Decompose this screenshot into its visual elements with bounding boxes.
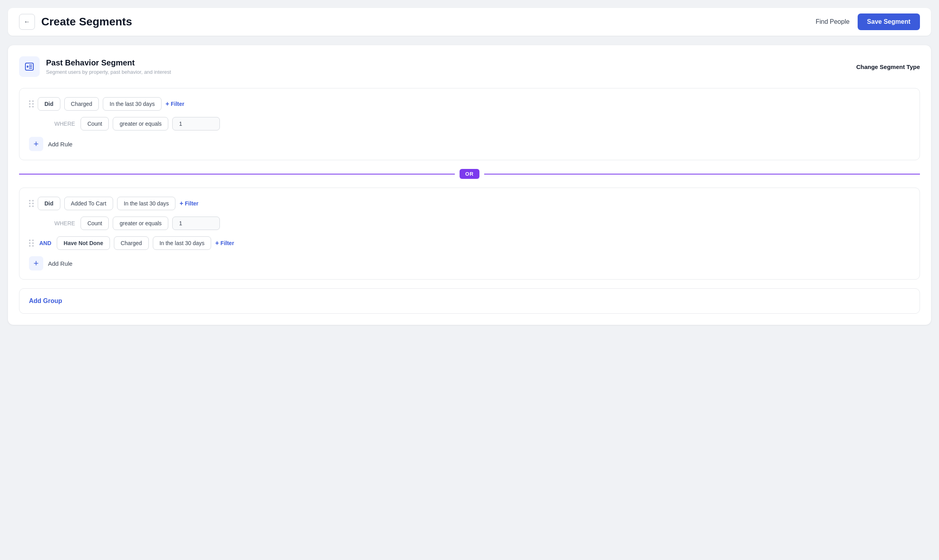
where-label-1: WHERE — [53, 121, 77, 127]
time-pill-2[interactable]: In the last 30 days — [117, 197, 176, 210]
add-rule-button-1[interactable]: + — [29, 137, 43, 151]
segment-title: Past Behavior Segment — [46, 58, 171, 67]
rule-2-where-row: WHERE Count greater or equals — [53, 217, 910, 230]
where-label-2: WHERE — [53, 220, 77, 226]
rule-2-event-row: Did Added To Cart In the last 30 days + … — [29, 197, 910, 210]
groups-wrapper: Did Charged In the last 30 days + Filter… — [19, 88, 920, 314]
value-input-2[interactable] — [172, 217, 220, 230]
or-line-right — [484, 174, 920, 175]
group-card-1: Did Charged In the last 30 days + Filter… — [19, 88, 920, 160]
back-button[interactable]: ← — [19, 14, 35, 30]
add-group-button[interactable]: Add Group — [29, 297, 62, 305]
drag-handle-3[interactable] — [29, 240, 34, 247]
add-rule-label-2: Add Rule — [48, 260, 73, 267]
find-people-button[interactable]: Find People — [816, 18, 849, 25]
or-badge: OR — [460, 169, 479, 179]
rule-1: Did Charged In the last 30 days + Filter… — [29, 97, 910, 130]
segment-header: Past Behavior Segment Segment users by p… — [19, 56, 920, 77]
save-segment-button[interactable]: Save Segment — [858, 13, 920, 30]
add-rule-row-1: + Add Rule — [29, 137, 910, 151]
rule-1-where-row: WHERE Count greater or equals — [53, 117, 910, 130]
segment-info: Past Behavior Segment Segment users by p… — [46, 58, 171, 75]
filter-button-3[interactable]: + Filter — [215, 240, 234, 247]
add-group-card: Add Group — [19, 288, 920, 314]
event-pill-1[interactable]: Charged — [64, 97, 99, 111]
event-pill-2[interactable]: Added To Cart — [64, 197, 113, 210]
filter-button-1[interactable]: + Filter — [165, 100, 185, 107]
page-title: Create Segments — [41, 15, 132, 28]
add-rule-button-2[interactable]: + — [29, 256, 43, 270]
or-line-left — [19, 174, 455, 175]
segment-subtitle: Segment users by property, past behavior… — [46, 69, 171, 75]
time-pill-3[interactable]: In the last 30 days — [153, 236, 212, 250]
rule-2: Did Added To Cart In the last 30 days + … — [29, 197, 910, 230]
plus-icon-2: + — [179, 200, 183, 207]
header-left: ← Create Segments — [19, 14, 132, 30]
and-label: AND — [38, 240, 53, 246]
change-segment-type-button[interactable]: Change Segment Type — [856, 63, 920, 70]
segment-header-left: Past Behavior Segment Segment users by p… — [19, 56, 171, 77]
drag-handle-2[interactable] — [29, 200, 34, 207]
group-card-2: Did Added To Cart In the last 30 days + … — [19, 188, 920, 280]
rule-1-event-row: Did Charged In the last 30 days + Filter — [29, 97, 910, 111]
time-pill-1[interactable]: In the last 30 days — [103, 97, 162, 111]
metric-pill-2[interactable]: Count — [81, 217, 109, 230]
filter-button-2[interactable]: + Filter — [179, 200, 198, 207]
event-pill-3[interactable]: Charged — [114, 236, 149, 250]
condition-pill-1[interactable]: greater or equals — [113, 117, 168, 130]
plus-icon-1: + — [165, 100, 169, 107]
main-container: Past Behavior Segment Segment users by p… — [8, 45, 931, 325]
value-input-1[interactable] — [172, 117, 220, 130]
add-rule-row-2: + Add Rule — [29, 256, 910, 270]
or-separator: OR — [19, 169, 920, 179]
metric-pill-1[interactable]: Count — [81, 117, 109, 130]
segment-icon — [19, 56, 40, 77]
plus-icon-3: + — [215, 240, 219, 247]
drag-handle-1[interactable] — [29, 100, 34, 107]
condition-pill-2[interactable]: greater or equals — [113, 217, 168, 230]
top-header: ← Create Segments Find People Save Segme… — [8, 8, 931, 36]
add-rule-label-1: Add Rule — [48, 141, 73, 148]
rule-3: AND Have Not Done Charged In the last 30… — [29, 236, 910, 250]
header-right: Find People Save Segment — [816, 13, 920, 30]
operator-pill-3[interactable]: Have Not Done — [57, 236, 110, 250]
operator-pill-2[interactable]: Did — [38, 197, 60, 210]
rule-3-event-row: AND Have Not Done Charged In the last 30… — [29, 236, 910, 250]
operator-pill-1[interactable]: Did — [38, 97, 60, 111]
